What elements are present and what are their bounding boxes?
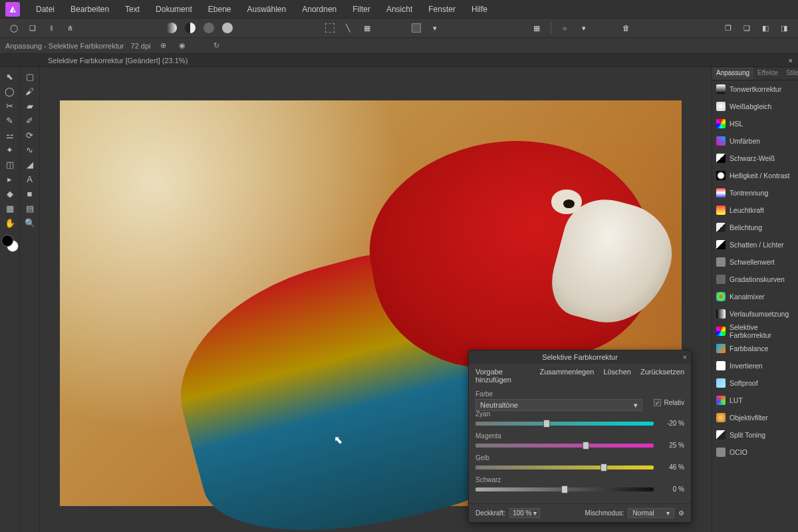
menu-hilfe[interactable]: Hilfe	[464, 1, 495, 18]
adjustment-item[interactable]: Tontrennung	[712, 184, 798, 201]
target-icon[interactable]: ⊕	[158, 40, 170, 52]
adjustment-item[interactable]: Farbbalance	[712, 340, 798, 357]
eye-icon[interactable]: ◉	[176, 40, 188, 52]
quick-mask-icon[interactable]: ▦	[360, 21, 374, 35]
slider-track[interactable]	[475, 422, 654, 426]
mirror-icon[interactable]: ⦀	[44, 21, 59, 35]
fill-square-icon[interactable]	[409, 21, 424, 35]
adjustment-item[interactable]: Weißabgleich	[712, 98, 798, 115]
adjustment-item[interactable]: HSL	[712, 115, 798, 132]
adjustment-item[interactable]: Selektive Farbkorrektur	[712, 323, 798, 340]
adjustment-item[interactable]: Helligkeit / Kontrast	[712, 167, 798, 184]
menu-filter[interactable]: Filter	[344, 1, 378, 18]
table-tool-icon[interactable]: ▤	[22, 201, 38, 215]
close-icon[interactable]: ×	[683, 353, 687, 361]
gear-icon[interactable]: ⚙	[678, 509, 684, 517]
dialog-titlebar[interactable]: Selektive Farbkorrektur ×	[469, 350, 691, 364]
panel-tab-stile[interactable]: Stile	[782, 67, 798, 80]
move-tool-icon[interactable]: ⬉	[2, 70, 18, 83]
slider-thumb[interactable]	[543, 420, 550, 428]
relative-checkbox[interactable]: ✓	[654, 399, 661, 406]
rect-tool-icon[interactable]: ■	[22, 187, 38, 200]
dropdown2-icon[interactable]: ▾	[577, 21, 591, 35]
reset-button[interactable]: Zurücksetzen	[640, 368, 684, 384]
crop-tool-icon[interactable]: ✂	[2, 99, 18, 112]
grid-icon[interactable]: ▦	[529, 21, 544, 35]
refresh-icon[interactable]: ↻	[211, 40, 223, 52]
delete-button[interactable]: Löschen	[603, 368, 631, 384]
slider-thumb[interactable]	[561, 485, 568, 493]
pencil-tool-icon[interactable]: ✐	[22, 114, 38, 127]
arrange-front-icon[interactable]: ❐	[721, 21, 735, 35]
paintbrush-tool-icon[interactable]: 🖌	[22, 84, 38, 98]
marquee-icon[interactable]	[323, 21, 337, 35]
arrange-back-icon[interactable]: ❏	[739, 21, 754, 35]
adjustment-item[interactable]: Kanalmixer	[712, 288, 798, 305]
tone-1-icon[interactable]	[164, 21, 179, 35]
adjustment-item[interactable]: OCIO	[712, 444, 798, 461]
erase-tool-icon[interactable]: ◫	[2, 158, 18, 171]
adjustment-item[interactable]: Tonwertkorrektur	[712, 80, 798, 98]
inpaint-tool-icon[interactable]: ✦	[2, 143, 18, 156]
adjustment-item[interactable]: Objektivfilter	[712, 409, 798, 426]
tone-3-icon[interactable]	[201, 21, 216, 35]
arrange-4-icon[interactable]: ◨	[777, 21, 791, 35]
smudge-tool-icon[interactable]: ∿	[22, 143, 38, 156]
shape-tool-icon[interactable]: ◆	[2, 187, 18, 200]
dropdown-icon[interactable]: ▾	[428, 21, 442, 35]
text-tool-icon[interactable]: A	[22, 172, 38, 186]
menu-datei[interactable]: Datei	[28, 1, 63, 18]
marquee-tool-icon[interactable]: ▢	[22, 70, 38, 83]
gradient-tool-icon[interactable]: ◢	[22, 158, 38, 171]
pen-tool-icon[interactable]: ▸	[2, 172, 18, 186]
menu-bearbeiten[interactable]: Bearbeiten	[63, 1, 117, 18]
blend-select[interactable]: Normal▾	[628, 508, 674, 518]
panel-tab-effekte[interactable]: Effekte	[753, 67, 782, 80]
menu-anordnen[interactable]: Anordnen	[294, 1, 344, 18]
adjustment-item[interactable]: Schwarz-Weiß	[712, 150, 798, 167]
adjustment-item[interactable]: Softproof	[712, 374, 798, 392]
hand-tool-icon[interactable]: ✋	[2, 216, 18, 229]
slider-thumb[interactable]	[600, 464, 607, 471]
line-icon[interactable]: ╲	[341, 21, 356, 35]
lasso-tool-icon[interactable]: ◯	[2, 84, 18, 98]
slider-thumb[interactable]	[583, 442, 589, 450]
flood-tool-icon[interactable]: ▰	[22, 99, 38, 112]
share-icon[interactable]: ⋔	[63, 21, 77, 35]
menu-dokument[interactable]: Dokument	[148, 1, 200, 18]
adjustment-item[interactable]: Schwellenwert	[712, 253, 798, 271]
tone-4-icon[interactable]	[220, 21, 235, 35]
brush-tool-icon[interactable]: ✎	[2, 114, 18, 127]
opacity-input[interactable]: 100 %▾	[509, 508, 540, 518]
document-tab[interactable]: Selektive Farbkorrektur [Geändert] (23.1…	[41, 55, 194, 66]
adjustment-item[interactable]: Umfärben	[712, 132, 798, 150]
color-select[interactable]: Neutraltöne ▾	[475, 399, 642, 411]
cube-icon[interactable]: ❑	[25, 21, 40, 35]
menu-ansicht[interactable]: Ansicht	[378, 1, 420, 18]
trash-icon[interactable]: 🗑	[619, 21, 634, 35]
adjustment-item[interactable]: Gradationskurven	[712, 271, 798, 288]
merge-button[interactable]: Zusammenlegen	[539, 368, 594, 384]
clone-tool-icon[interactable]: ⚍	[2, 128, 18, 142]
adjustment-item[interactable]: LUT	[712, 392, 798, 409]
arrange-3-icon[interactable]: ◧	[758, 21, 773, 35]
adjustment-item[interactable]: Schatten / Lichter	[712, 236, 798, 253]
slider-track[interactable]	[475, 487, 654, 491]
link-icon[interactable]: ⟐	[558, 21, 573, 35]
shape-circle-icon[interactable]: ◯	[7, 21, 21, 35]
tone-2-icon[interactable]	[183, 21, 198, 35]
heal-tool-icon[interactable]: ⟳	[22, 128, 38, 142]
menu-ebene[interactable]: Ebene	[200, 1, 239, 18]
panel-tab-anpassung[interactable]: Anpassung	[712, 67, 753, 80]
close-icon[interactable]: ×	[789, 57, 798, 65]
zoom-tool-icon[interactable]: 🔍	[22, 216, 38, 229]
slider-track[interactable]	[475, 466, 654, 469]
adjustment-item[interactable]: Leuchtkraft	[712, 201, 798, 219]
adjustment-item[interactable]: Split Toning	[712, 426, 798, 444]
menu-auswählen[interactable]: Auswählen	[239, 1, 294, 18]
adjustment-item[interactable]: Verlaufsumsetzung	[712, 305, 798, 323]
adjustment-item[interactable]: Belichtung	[712, 219, 798, 236]
menu-text[interactable]: Text	[117, 1, 148, 18]
add-preset-button[interactable]: Vorgabe hinzufügen	[475, 368, 530, 384]
color-swatch[interactable]	[1, 235, 19, 252]
